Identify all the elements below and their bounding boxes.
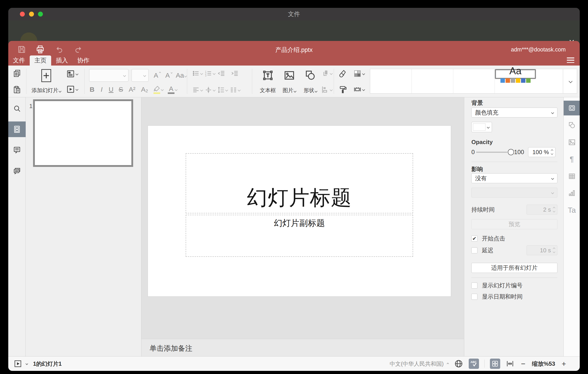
set-language-button[interactable] [454,359,463,368]
slide-title-text[interactable]: 幻灯片标题 [247,184,352,212]
tab-file[interactable]: 文件 [8,55,30,66]
font-name-combo[interactable] [89,69,128,82]
chart-settings-tab[interactable] [564,186,580,201]
slides-panel-button[interactable] [8,121,26,137]
add-slide-icon[interactable] [41,69,51,82]
font-color-button[interactable]: A [168,85,177,94]
paragraph-settings-tab[interactable]: ¶ [564,152,580,166]
increase-indent-button[interactable] [230,69,239,78]
fill-color-button[interactable] [353,69,365,78]
superscript-button[interactable]: A² [128,86,136,93]
opacity-slider-knob[interactable] [508,149,514,155]
slide-thumbnail[interactable] [33,99,133,167]
apply-to-all-slides-button[interactable]: 适用于所有幻灯片 [471,263,557,273]
numbered-list-button[interactable]: 123 [204,69,215,77]
effect-select[interactable]: 没有 [471,173,557,183]
title-placeholder[interactable]: 幻灯片标题 [186,153,413,213]
ribbon-tabs: 文件 主页 插入 协作 [8,55,94,66]
view-settings-icon[interactable] [567,57,574,63]
decrease-font-button[interactable]: A [163,72,172,79]
textart-settings-tab[interactable]: Ta [564,203,580,217]
slide[interactable]: 幻灯片标题 幻灯片副标题 [148,126,451,296]
change-case-button[interactable]: Aa [175,72,188,79]
align-shape-button[interactable] [321,86,332,94]
search-button[interactable] [8,101,26,116]
copy-style-button[interactable] [339,85,348,94]
editor-canvas[interactable]: 幻灯片标题 幻灯片副标题 [141,97,464,356]
add-slide-button[interactable]: 添加幻灯片 [32,87,61,94]
theme-gallery-expand-button[interactable] [563,69,577,93]
start-on-click-checkbox[interactable]: ✔ [471,236,477,242]
slide-subtitle-text[interactable]: 幻灯片副标题 [274,217,325,229]
shape-settings-icon [568,121,576,129]
opacity-value-spinner[interactable]: 100 % [528,147,555,157]
comments-button[interactable] [8,142,26,158]
image-button[interactable]: 图片 [283,87,296,94]
show-datetime-checkbox[interactable] [471,294,477,300]
background-fill-select[interactable]: 颜色填充 [471,108,557,117]
fit-to-width-button[interactable] [505,359,514,368]
clear-style-button[interactable] [339,69,348,78]
chat-button[interactable] [8,163,26,179]
shape-button[interactable]: 形状 [304,87,317,94]
background-color-swatch[interactable] [471,122,492,132]
tab-collaboration[interactable]: 协作 [73,55,94,66]
bold-button[interactable]: B [89,86,95,93]
change-layout-button[interactable] [66,69,78,78]
table-settings-tab[interactable] [564,169,580,184]
slide-size-button[interactable] [353,85,365,94]
tab-home[interactable]: 主页 [30,55,51,66]
shape-settings-tab[interactable] [564,118,580,133]
image-settings-icon [568,138,576,146]
tab-insert[interactable]: 插入 [51,55,73,66]
fit-to-slide-toggle[interactable] [490,359,500,369]
start-on-click-label: 开始点击 [482,235,505,242]
zoom-in-button[interactable]: + [560,360,567,368]
theme-option-1[interactable] [370,69,412,93]
theme-gallery: Aa [370,69,577,93]
notes-placeholder[interactable]: 单击添加备注 [149,344,464,353]
underline-button[interactable]: U [108,86,114,93]
subtitle-placeholder[interactable]: 幻灯片副标题 [186,215,413,257]
horizontal-align-button[interactable] [192,86,203,94]
language-selector[interactable]: 中文(中华人民共和国) [390,360,449,367]
subscript-button[interactable]: A₂ [140,86,148,93]
start-slideshow-status-button[interactable] [14,360,22,368]
show-slide-number-checkbox[interactable] [471,283,477,288]
font-size-combo[interactable] [132,69,148,82]
theme-option-2[interactable] [412,69,453,93]
decrease-indent-button[interactable] [217,69,225,78]
textart-icon: Ta [568,206,576,215]
italic-button[interactable]: I [99,86,104,93]
mac-window-title: 文件 [8,8,580,21]
spellcheck-toggle[interactable]: ABC [469,359,479,369]
slide-settings-tab[interactable] [564,101,580,115]
document-title: 产品介绍.pptx [8,46,580,54]
right-icon-strip: ¶ Ta [563,97,580,356]
copy-button[interactable] [13,69,21,78]
effect-type-select [471,188,557,198]
highlight-color-button[interactable] [153,85,163,94]
delay-label: 延迟 [482,246,494,254]
theme-option-selected[interactable]: Aa [495,69,536,79]
zoom-level: 缩放%53 [532,360,555,368]
columns-button[interactable] [230,86,240,94]
shape-icon [304,69,316,81]
notes-area[interactable]: 单击添加备注 [141,339,464,356]
vertical-align-button[interactable] [204,86,215,94]
image-settings-tab[interactable] [564,135,580,150]
theme-option-3[interactable] [453,69,495,93]
line-spacing-button[interactable] [217,86,228,94]
strikethrough-button[interactable]: S [118,86,124,93]
text-box-button[interactable]: 文本框 [260,87,276,94]
delay-checkbox[interactable] [471,247,477,253]
opacity-slider-track[interactable] [476,152,507,153]
zoom-out-button[interactable]: − [520,360,526,368]
slideshow-mode-chevron[interactable] [25,362,28,365]
bullet-list-button[interactable] [192,69,203,77]
arrange-shape-button[interactable] [321,69,332,78]
theme-option-5[interactable] [536,69,563,93]
increase-font-button[interactable]: A [152,72,160,79]
start-slideshow-button[interactable] [66,85,78,94]
paste-button[interactable] [13,86,21,94]
